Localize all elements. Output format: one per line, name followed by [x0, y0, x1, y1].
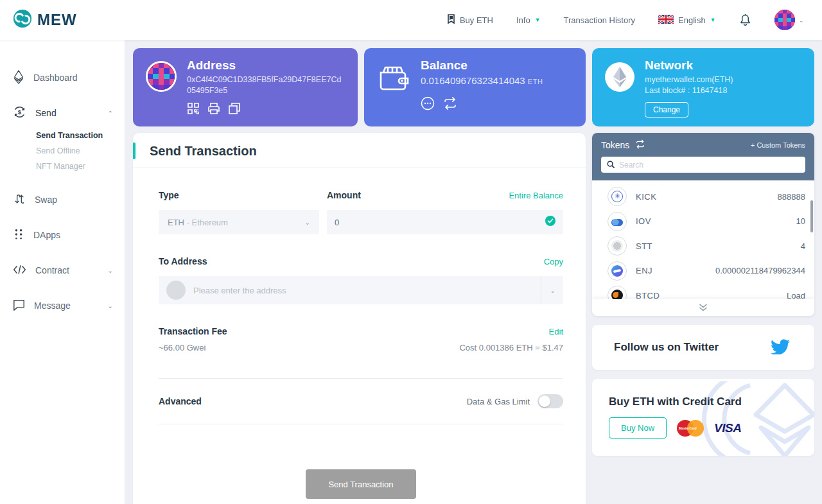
to-address-label: To Address	[159, 256, 207, 266]
ethereum-logo-icon	[605, 62, 634, 92]
notifications-bell-button[interactable]	[739, 13, 751, 27]
btcd-token-icon	[608, 286, 627, 300]
send-transaction-panel: Send Transaction Type ETH - Ethereum ⌄	[133, 133, 586, 504]
address-dropdown-toggle[interactable]: ⌄	[541, 276, 555, 304]
address-card-title: Address	[187, 58, 345, 73]
sidebar-item-swap[interactable]: Swap	[0, 190, 125, 209]
nav-buy-eth[interactable]: Buy ETH	[447, 14, 493, 26]
nav-language[interactable]: English ▼	[658, 15, 716, 26]
advanced-label: Advanced	[159, 396, 202, 406]
balance-value: 0.016409676323414043	[421, 75, 525, 86]
balance-card-title: Balance	[421, 58, 543, 73]
nav-transaction-history[interactable]: Transaction History	[564, 15, 636, 25]
copy-link[interactable]: Copy	[544, 257, 563, 266]
sidebar-send-submenu: Send Transaction Send Offline NFT Manage…	[0, 131, 125, 178]
wallet-icon	[377, 62, 410, 116]
amount-input[interactable]	[335, 218, 545, 227]
dapps-grid-icon	[13, 228, 24, 243]
eth-diamond-icon	[13, 70, 24, 86]
chevron-down-icon: ⌄	[799, 17, 804, 24]
token-row-iov[interactable]: IOV 10	[608, 209, 805, 234]
swap-arrows-icon	[13, 193, 26, 207]
currency-type-select[interactable]: ETH - Ethereum ⌄	[159, 210, 319, 234]
sidebar-item-send-offline[interactable]: Send Offline	[36, 146, 125, 155]
data-gas-limit-toggle[interactable]	[538, 394, 563, 408]
chevron-down-icon: ▼	[710, 17, 716, 23]
right-sidebar: Tokens + Custom Tokens	[592, 133, 814, 504]
address-card: Address 0xC4f4C09C1D338FB5fFa29D47F8EE7C…	[133, 48, 358, 126]
chevron-down-icon: ⌄	[305, 219, 310, 226]
mew-logo[interactable]: MEW	[13, 9, 77, 31]
buy-eth-flag-icon	[447, 14, 455, 26]
fee-gwei-value: ~66.00 Gwei	[159, 343, 206, 352]
fee-cost-value: Cost 0.001386 ETH = $1.47	[459, 343, 563, 352]
tokens-panel: Tokens + Custom Tokens	[592, 133, 814, 316]
scrollbar-thumb[interactable]	[810, 200, 813, 232]
avatar	[774, 10, 795, 30]
chevron-down-icon: ⌄	[108, 267, 113, 274]
to-address-input[interactable]	[193, 286, 528, 295]
network-card-title: Network	[645, 58, 733, 73]
main-content: Address 0xC4f4C09C1D338FB5fFa29D47F8EE7C…	[125, 40, 822, 504]
expand-tokens-button[interactable]	[592, 299, 814, 316]
transaction-fee-label: Transaction Fee	[159, 326, 227, 336]
token-row-enj[interactable]: ENJ 0.000002118479962344	[608, 259, 805, 284]
token-search-input[interactable]	[619, 161, 800, 169]
uk-flag-icon	[658, 15, 674, 26]
sidebar-item-send[interactable]: $ Send ⌃	[0, 103, 125, 123]
sidebar-item-dapps[interactable]: DApps	[0, 225, 125, 245]
chevron-up-icon: ⌃	[108, 110, 113, 117]
twitter-card[interactable]: Follow us on Twitter	[592, 325, 814, 370]
swap-horizontal-icon[interactable]	[442, 96, 458, 113]
enj-token-icon	[608, 261, 627, 281]
token-row-stt[interactable]: STT 4	[608, 234, 805, 259]
print-icon[interactable]	[207, 102, 220, 117]
edit-fee-link[interactable]: Edit	[549, 327, 563, 336]
visa-logo: VISA	[714, 421, 741, 435]
logo-text: MEW	[37, 11, 77, 29]
nav-info[interactable]: Info ▼	[516, 15, 541, 25]
tokens-title: Tokens	[601, 140, 629, 150]
token-row-btcd[interactable]: BTCD Load	[608, 283, 805, 300]
message-bubble-icon	[13, 299, 25, 313]
svg-text:$: $	[18, 109, 22, 116]
account-menu[interactable]: ⌄	[774, 10, 804, 30]
change-network-button[interactable]: Change	[645, 102, 688, 117]
entire-balance-link[interactable]: Entire Balance	[509, 191, 563, 200]
sidebar-item-contract[interactable]: Contract ⌄	[0, 261, 125, 280]
send-dollar-icon: $	[13, 105, 26, 121]
amount-label: Amount	[327, 190, 361, 200]
sidebar-item-dashboard[interactable]: Dashboard	[0, 68, 125, 87]
type-label: Type	[159, 190, 179, 200]
sidebar-item-nft-manager[interactable]: NFT Manager	[36, 162, 125, 171]
qr-code-icon[interactable]	[187, 102, 200, 117]
code-brackets-icon	[13, 265, 26, 277]
refresh-tokens-icon[interactable]	[634, 139, 646, 151]
more-options-icon[interactable]	[421, 96, 435, 113]
network-last-block: Last block# : 11647418	[645, 85, 733, 96]
twitter-bird-icon	[771, 338, 790, 357]
balance-unit: ETH	[528, 78, 543, 85]
wallet-address: 0xC4f4C09C1D338FB5fFa29D47F8EE7Cd05495F3…	[187, 74, 345, 96]
token-list: ✳ KICK 888888 IOV 10 STT 4	[592, 180, 814, 300]
stt-token-icon	[608, 236, 627, 256]
valid-check-icon	[545, 216, 555, 229]
custom-tokens-link[interactable]: + Custom Tokens	[751, 141, 805, 149]
mastercard-logo: MasterCard	[677, 420, 704, 437]
mew-logo-icon	[13, 9, 32, 31]
chevron-down-icon: ▼	[535, 17, 541, 23]
network-card: Network myetherwallet.com(ETH) Last bloc…	[592, 48, 814, 126]
token-row-kick[interactable]: ✳ KICK 888888	[608, 184, 805, 209]
sidebar: Dashboard $ Send ⌃ Send Transaction Send…	[0, 40, 125, 504]
data-gas-limit-label: Data & Gas Limit	[467, 397, 530, 406]
search-icon	[607, 159, 615, 171]
page-title: Send Transaction	[150, 144, 257, 159]
send-transaction-button[interactable]: Send Transaction	[306, 469, 416, 499]
address-blank-avatar	[166, 281, 186, 300]
address-identicon	[146, 61, 177, 92]
sidebar-item-message[interactable]: Message ⌄	[0, 296, 125, 315]
sidebar-item-send-transaction[interactable]: Send Transaction	[36, 131, 125, 140]
chevron-down-icon: ⌄	[108, 302, 113, 309]
copy-icon[interactable]	[228, 102, 241, 117]
buy-now-button[interactable]: Buy Now	[609, 417, 667, 439]
